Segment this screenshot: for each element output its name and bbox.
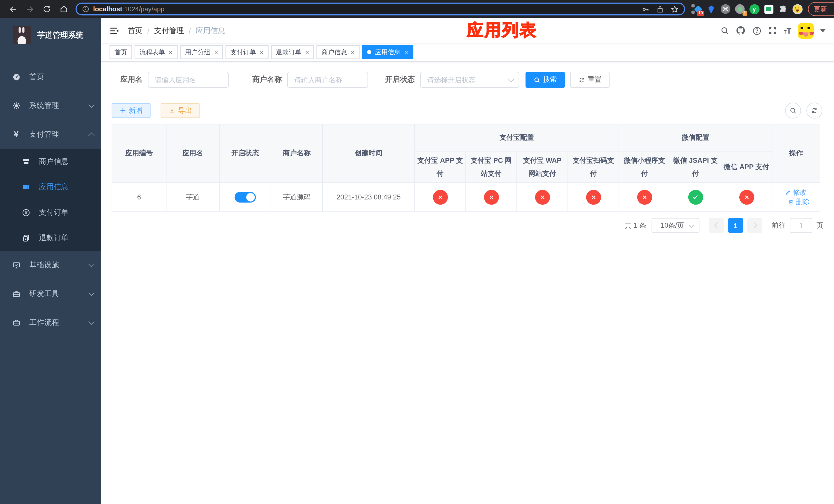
tags-view-bar: 首页× 流程表单× 用户分组× 支付订单× 退款订单× 商户信息× 应用信息× (101, 43, 834, 62)
cell-app-id: 6 (112, 183, 167, 211)
refresh-table-button[interactable] (806, 102, 822, 118)
user-avatar[interactable] (798, 23, 814, 39)
bookmark-star-icon[interactable] (671, 5, 679, 13)
extension-badge: 1 (742, 10, 747, 16)
sidebar-item-merchant-info[interactable]: 商户信息 (0, 149, 101, 175)
browser-update-button[interactable]: 更新 ⋮ (808, 2, 834, 16)
fullscreen-icon[interactable] (768, 26, 777, 35)
tab-app-info[interactable]: 应用信息× (362, 45, 413, 59)
breadcrumb-payment[interactable]: 支付管理 (154, 26, 184, 36)
share-icon[interactable] (656, 5, 664, 13)
browser-menu-icon[interactable]: ⋮ (831, 6, 834, 13)
channel-status-icon (739, 190, 754, 205)
github-icon[interactable] (736, 26, 746, 36)
search-button[interactable]: 搜索 (526, 72, 565, 88)
browser-extensions: 10 ⌘ 1 y (692, 4, 803, 14)
tab-pay-orders[interactable]: 支付订单× (226, 45, 268, 59)
sidebar-item-home[interactable]: 首页 (0, 63, 101, 92)
merchant-name-input[interactable] (287, 72, 368, 88)
channel-status-icon (535, 190, 550, 205)
edit-button[interactable]: 修改 (785, 188, 807, 197)
emoji-extension-icon[interactable] (792, 4, 803, 14)
channel-status-icon (484, 190, 499, 205)
site-info-icon[interactable] (82, 5, 89, 13)
header-search-icon[interactable] (720, 26, 729, 35)
tab-close-icon[interactable]: × (214, 49, 218, 55)
command-extension-icon[interactable]: ⌘ (720, 4, 731, 14)
help-icon[interactable] (752, 26, 762, 36)
extensions-puzzle-icon[interactable] (777, 4, 788, 14)
browser-home-button[interactable] (57, 2, 71, 16)
tab-user-group[interactable]: 用户分组× (180, 45, 223, 59)
tab-home[interactable]: 首页× (110, 45, 132, 59)
y-extension-icon[interactable]: y (749, 4, 760, 14)
group-header-wechat: 微信配置 (619, 124, 772, 152)
sidebar-collapse-button[interactable] (110, 26, 119, 36)
add-button[interactable]: 新增 (112, 103, 151, 118)
tab-refund-orders[interactable]: 退款订单× (271, 45, 314, 59)
sidebar-item-refund-orders[interactable]: 退款订单 (0, 225, 101, 251)
store-icon (21, 157, 30, 166)
delete-button[interactable]: 删除 (788, 197, 810, 207)
tab-close-icon[interactable]: × (404, 49, 408, 55)
tab-close-icon[interactable]: × (351, 49, 355, 55)
goto-page-input[interactable] (790, 218, 812, 233)
enabled-switch[interactable] (235, 192, 256, 202)
sidebar-logo[interactable]: 芋道管理系统 (0, 18, 101, 52)
status-select[interactable] (420, 72, 519, 88)
tab-close-icon[interactable]: × (260, 49, 264, 55)
avatar-caret-icon[interactable] (820, 29, 826, 32)
cell-merchant: 芋道源码 (271, 183, 323, 211)
sidebar-item-dev-tools[interactable]: 研发工具 (0, 280, 101, 308)
apps-table: 应用编号 应用名 开启状态 商户名称 创建时间 支付宝配置 微信配置 操作 支付… (112, 124, 820, 212)
column-header-alipay-qr: 支付宝扫码支付 (568, 152, 619, 183)
tab-close-icon[interactable]: × (305, 49, 309, 55)
sidebar-item-payment[interactable]: ¥ 支付管理 (0, 120, 101, 149)
pagination: 共 1 条 1 前往 页 (112, 218, 824, 233)
font-size-icon[interactable]: TT (784, 27, 791, 35)
browser-back-button[interactable] (6, 2, 20, 16)
password-key-icon[interactable] (641, 5, 649, 13)
browser-forward-button[interactable] (23, 2, 37, 16)
channel-status-icon (586, 190, 601, 205)
column-header-merchant: 商户名称 (271, 124, 323, 183)
sidebar-item-app-info[interactable]: 应用信息 (0, 174, 101, 200)
reset-button[interactable]: 重置 (570, 72, 609, 88)
column-header-alipay-app: 支付宝 APP 支付 (415, 152, 466, 183)
chat-extension-icon[interactable] (763, 4, 774, 14)
browser-reload-button[interactable] (40, 2, 54, 16)
page-size-select[interactable] (652, 218, 700, 233)
extension-badge: 10 (697, 10, 704, 16)
merchant-name-label: 商户名称 (252, 75, 282, 84)
browser-toolbar: localhost:1024/pay/app 10 ⌘ (0, 0, 834, 18)
column-header-app-name: 应用名 (166, 124, 219, 183)
tab-process-form[interactable]: 流程表单× (135, 45, 177, 59)
top-navbar: 首页 / 支付管理 / 应用信息 应用列表 (101, 18, 834, 43)
sidebar-item-system[interactable]: 系统管理 (0, 92, 101, 120)
prev-page-button[interactable] (709, 218, 724, 233)
toolbox-icon (12, 290, 21, 298)
next-page-button[interactable] (747, 218, 762, 233)
url-text: localhost:1024/pay/app (93, 5, 164, 13)
screen: localhost:1024/pay/app 10 ⌘ (0, 0, 834, 504)
balloon-extension-icon[interactable] (706, 4, 716, 14)
sidebar-item-infrastructure[interactable]: 基础设施 (0, 251, 101, 280)
tab-merchant-info[interactable]: 商户信息× (317, 45, 359, 59)
sidebar-item-workflow[interactable]: 工作流程 (0, 308, 101, 337)
breadcrumb-home[interactable]: 首页 (128, 26, 142, 36)
toggle-search-button[interactable] (785, 102, 801, 118)
page-number-button[interactable]: 1 (728, 218, 743, 233)
tab-close-icon[interactable]: × (169, 49, 173, 55)
breadcrumb-current: 应用信息 (196, 26, 225, 36)
sidebar-item-pay-orders[interactable]: 支付订单 (0, 200, 101, 226)
address-bar[interactable]: localhost:1024/pay/app (76, 3, 685, 15)
chevron-down-icon (88, 290, 94, 296)
app-name-input[interactable] (148, 72, 229, 88)
channel-status-icon (433, 190, 447, 205)
export-button[interactable]: 导出 (160, 103, 200, 118)
column-header-wechat-mini: 微信小程序支付 (619, 152, 670, 183)
diamond-extension-icon[interactable]: 10 (692, 4, 702, 14)
recorder-extension-icon[interactable]: 1 (734, 4, 745, 14)
app-name-label: 应用名 (120, 75, 142, 84)
yen-icon: ¥ (12, 130, 21, 139)
